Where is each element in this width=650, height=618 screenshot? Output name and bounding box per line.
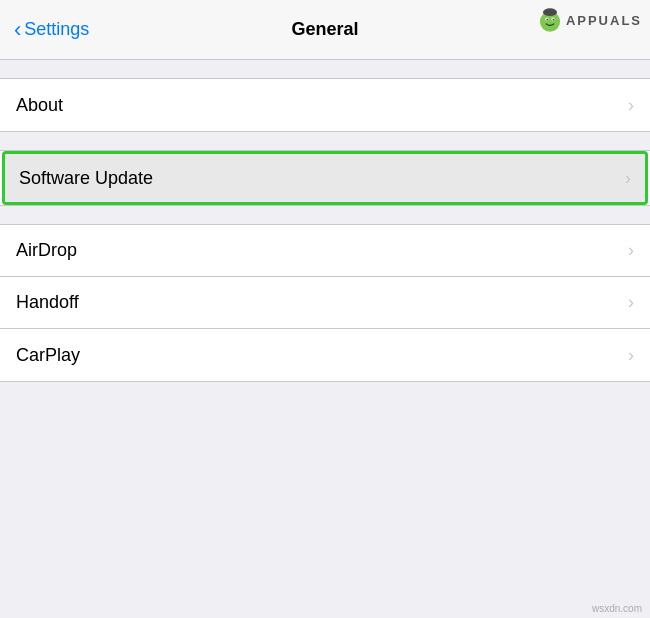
appuals-logo: APPUALS (536, 6, 642, 34)
settings-group-1: About › (0, 78, 650, 132)
about-chevron-icon: › (628, 95, 634, 116)
back-button[interactable]: ‹ Settings (14, 17, 89, 43)
settings-group-3: AirDrop › Handoff › CarPlay › (0, 224, 650, 382)
bottom-watermark: wsxdn.com (592, 603, 642, 614)
section-gap-top (0, 60, 650, 78)
handoff-row[interactable]: Handoff › (0, 277, 650, 329)
back-chevron-icon: ‹ (14, 17, 21, 43)
software-update-label: Software Update (19, 168, 153, 189)
appuals-logo-icon (536, 6, 564, 34)
navigation-bar: ‹ Settings General APPUALS (0, 0, 650, 60)
svg-point-3 (546, 19, 548, 21)
software-update-row[interactable]: Software Update › (2, 151, 648, 205)
about-row[interactable]: About › (0, 79, 650, 131)
airdrop-label: AirDrop (16, 240, 77, 261)
airdrop-chevron-icon: › (628, 240, 634, 261)
handoff-label: Handoff (16, 292, 79, 313)
about-label: About (16, 95, 63, 116)
page-title: General (291, 19, 358, 40)
handoff-chevron-icon: › (628, 292, 634, 313)
gap-2 (0, 206, 650, 224)
carplay-chevron-icon: › (628, 345, 634, 366)
settings-group-2: Software Update › (0, 150, 650, 206)
carplay-label: CarPlay (16, 345, 80, 366)
software-update-chevron-icon: › (625, 168, 631, 189)
airdrop-row[interactable]: AirDrop › (0, 225, 650, 277)
svg-point-4 (552, 19, 554, 21)
appuals-logo-text: APPUALS (566, 13, 642, 28)
gap-1 (0, 132, 650, 150)
carplay-row[interactable]: CarPlay › (0, 329, 650, 381)
back-label: Settings (24, 19, 89, 40)
